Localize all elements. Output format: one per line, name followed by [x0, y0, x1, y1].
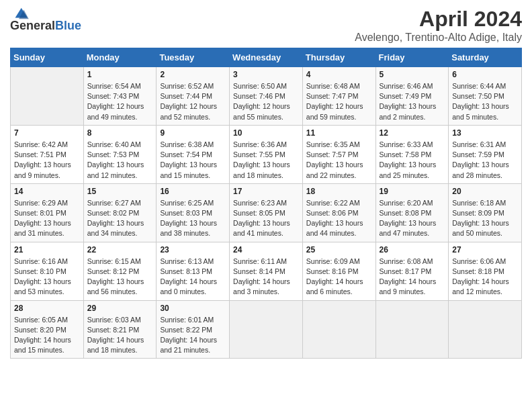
day-info: Sunrise: 6:54 AM Sunset: 7:43 PM Dayligh…	[87, 81, 153, 122]
day-info: Sunrise: 6:22 AM Sunset: 8:06 PM Dayligh…	[306, 198, 372, 239]
day-number: 3	[233, 70, 299, 79]
day-number: 20	[452, 187, 518, 196]
day-info: Sunrise: 6:46 AM Sunset: 7:49 PM Dayligh…	[380, 81, 445, 122]
calendar-cell: 11Sunrise: 6:35 AM Sunset: 7:57 PM Dayli…	[302, 125, 375, 183]
day-number: 23	[160, 245, 226, 255]
day-number: 15	[87, 187, 153, 196]
calendar-cell: 24Sunrise: 6:11 AM Sunset: 8:14 PM Dayli…	[230, 242, 303, 300]
day-number: 24	[233, 245, 299, 255]
day-number: 18	[306, 187, 372, 196]
header: General Blue April 2024 Avelengo, Trenti…	[10, 7, 522, 44]
title-area: April 2024 Avelengo, Trentino-Alto Adige…	[355, 7, 522, 44]
day-number: 25	[306, 245, 372, 255]
day-info: Sunrise: 6:29 AM Sunset: 8:01 PM Dayligh…	[14, 198, 80, 239]
logo-general: General	[10, 19, 55, 33]
day-number: 9	[160, 128, 226, 138]
calendar-cell: 28Sunrise: 6:05 AM Sunset: 8:20 PM Dayli…	[11, 300, 84, 359]
calendar-cell: 18Sunrise: 6:22 AM Sunset: 8:06 PM Dayli…	[302, 183, 375, 242]
day-number: 10	[233, 128, 299, 138]
day-info: Sunrise: 6:48 AM Sunset: 7:47 PM Dayligh…	[306, 81, 372, 122]
calendar-cell: 14Sunrise: 6:29 AM Sunset: 8:01 PM Dayli…	[11, 183, 84, 242]
calendar-week-row: 28Sunrise: 6:05 AM Sunset: 8:20 PM Dayli…	[11, 300, 522, 359]
day-info: Sunrise: 6:38 AM Sunset: 7:54 PM Dayligh…	[160, 140, 226, 181]
day-number: 17	[233, 187, 299, 196]
calendar-cell: 6Sunrise: 6:44 AM Sunset: 7:50 PM Daylig…	[449, 67, 522, 126]
day-number: 16	[160, 187, 226, 196]
calendar-cell	[230, 300, 303, 359]
calendar-week-row: 21Sunrise: 6:16 AM Sunset: 8:10 PM Dayli…	[11, 242, 522, 300]
column-header-wednesday: Wednesday	[230, 48, 303, 67]
day-info: Sunrise: 6:27 AM Sunset: 8:02 PM Dayligh…	[87, 198, 153, 239]
calendar-cell: 12Sunrise: 6:33 AM Sunset: 7:58 PM Dayli…	[375, 125, 449, 183]
day-info: Sunrise: 6:52 AM Sunset: 7:44 PM Dayligh…	[160, 81, 226, 122]
day-info: Sunrise: 6:50 AM Sunset: 7:46 PM Dayligh…	[233, 81, 299, 122]
column-header-tuesday: Tuesday	[157, 48, 230, 67]
calendar-cell: 30Sunrise: 6:01 AM Sunset: 8:22 PM Dayli…	[157, 300, 230, 359]
day-number: 7	[14, 128, 80, 138]
calendar-cell: 4Sunrise: 6:48 AM Sunset: 7:47 PM Daylig…	[302, 67, 375, 126]
day-number: 29	[87, 304, 153, 313]
day-info: Sunrise: 6:01 AM Sunset: 8:22 PM Dayligh…	[160, 315, 226, 356]
calendar-cell: 19Sunrise: 6:20 AM Sunset: 8:08 PM Dayli…	[375, 183, 449, 242]
day-info: Sunrise: 6:11 AM Sunset: 8:14 PM Dayligh…	[233, 257, 299, 298]
day-number: 27	[452, 245, 518, 255]
day-number: 6	[452, 70, 518, 79]
calendar-cell	[449, 300, 522, 359]
logo: General Blue	[10, 7, 81, 33]
calendar-cell: 26Sunrise: 6:08 AM Sunset: 8:17 PM Dayli…	[375, 242, 449, 300]
day-info: Sunrise: 6:20 AM Sunset: 8:08 PM Dayligh…	[380, 198, 445, 239]
day-number: 2	[160, 70, 226, 79]
calendar-cell: 27Sunrise: 6:06 AM Sunset: 8:18 PM Dayli…	[449, 242, 522, 300]
day-info: Sunrise: 6:13 AM Sunset: 8:13 PM Dayligh…	[160, 257, 226, 298]
day-number: 26	[380, 245, 445, 255]
calendar-cell: 22Sunrise: 6:15 AM Sunset: 8:12 PM Dayli…	[83, 242, 157, 300]
calendar-cell: 25Sunrise: 6:09 AM Sunset: 8:16 PM Dayli…	[302, 242, 375, 300]
day-info: Sunrise: 6:16 AM Sunset: 8:10 PM Dayligh…	[14, 257, 80, 298]
calendar-cell: 5Sunrise: 6:46 AM Sunset: 7:49 PM Daylig…	[375, 67, 449, 126]
day-number: 12	[380, 128, 445, 138]
calendar-cell: 7Sunrise: 6:42 AM Sunset: 7:51 PM Daylig…	[11, 125, 84, 183]
calendar-cell: 13Sunrise: 6:31 AM Sunset: 7:59 PM Dayli…	[449, 125, 522, 183]
calendar-header-row: SundayMondayTuesdayWednesdayThursdayFrid…	[11, 48, 522, 67]
day-number: 22	[87, 245, 153, 255]
calendar-cell: 8Sunrise: 6:40 AM Sunset: 7:53 PM Daylig…	[83, 125, 157, 183]
calendar-week-row: 14Sunrise: 6:29 AM Sunset: 8:01 PM Dayli…	[11, 183, 522, 242]
day-number: 4	[306, 70, 372, 79]
day-info: Sunrise: 6:35 AM Sunset: 7:57 PM Dayligh…	[306, 140, 372, 181]
calendar-cell: 1Sunrise: 6:54 AM Sunset: 7:43 PM Daylig…	[83, 67, 157, 126]
calendar-table: SundayMondayTuesdayWednesdayThursdayFrid…	[10, 48, 522, 359]
calendar-cell: 17Sunrise: 6:23 AM Sunset: 8:05 PM Dayli…	[230, 183, 303, 242]
day-number: 1	[87, 70, 153, 79]
day-number: 8	[87, 128, 153, 138]
day-info: Sunrise: 6:05 AM Sunset: 8:20 PM Dayligh…	[14, 315, 80, 356]
day-number: 14	[14, 187, 80, 196]
column-header-monday: Monday	[83, 48, 157, 67]
day-info: Sunrise: 6:44 AM Sunset: 7:50 PM Dayligh…	[452, 81, 518, 122]
calendar-cell: 21Sunrise: 6:16 AM Sunset: 8:10 PM Dayli…	[11, 242, 84, 300]
calendar-cell: 15Sunrise: 6:27 AM Sunset: 8:02 PM Dayli…	[83, 183, 157, 242]
calendar-week-row: 7Sunrise: 6:42 AM Sunset: 7:51 PM Daylig…	[11, 125, 522, 183]
day-info: Sunrise: 6:40 AM Sunset: 7:53 PM Dayligh…	[87, 140, 153, 181]
calendar-cell	[375, 300, 449, 359]
day-info: Sunrise: 6:09 AM Sunset: 8:16 PM Dayligh…	[306, 257, 372, 298]
column-header-thursday: Thursday	[302, 48, 375, 67]
day-number: 30	[160, 304, 226, 313]
page-title: April 2024	[355, 7, 522, 32]
day-info: Sunrise: 6:03 AM Sunset: 8:21 PM Dayligh…	[87, 315, 153, 356]
day-info: Sunrise: 6:31 AM Sunset: 7:59 PM Dayligh…	[452, 140, 518, 181]
column-header-sunday: Sunday	[11, 48, 84, 67]
column-header-saturday: Saturday	[449, 48, 522, 67]
calendar-cell: 2Sunrise: 6:52 AM Sunset: 7:44 PM Daylig…	[157, 67, 230, 126]
day-number: 28	[14, 304, 80, 313]
day-number: 21	[14, 245, 80, 255]
day-number: 11	[306, 128, 372, 138]
calendar-cell: 3Sunrise: 6:50 AM Sunset: 7:46 PM Daylig…	[230, 67, 303, 126]
day-info: Sunrise: 6:15 AM Sunset: 8:12 PM Dayligh…	[87, 257, 153, 298]
calendar-cell	[302, 300, 375, 359]
day-info: Sunrise: 6:06 AM Sunset: 8:18 PM Dayligh…	[452, 257, 518, 298]
calendar-cell: 16Sunrise: 6:25 AM Sunset: 8:03 PM Dayli…	[157, 183, 230, 242]
day-info: Sunrise: 6:23 AM Sunset: 8:05 PM Dayligh…	[233, 198, 299, 239]
logo-blue: Blue	[55, 19, 81, 33]
day-info: Sunrise: 6:18 AM Sunset: 8:09 PM Dayligh…	[452, 198, 518, 239]
day-number: 13	[452, 128, 518, 138]
